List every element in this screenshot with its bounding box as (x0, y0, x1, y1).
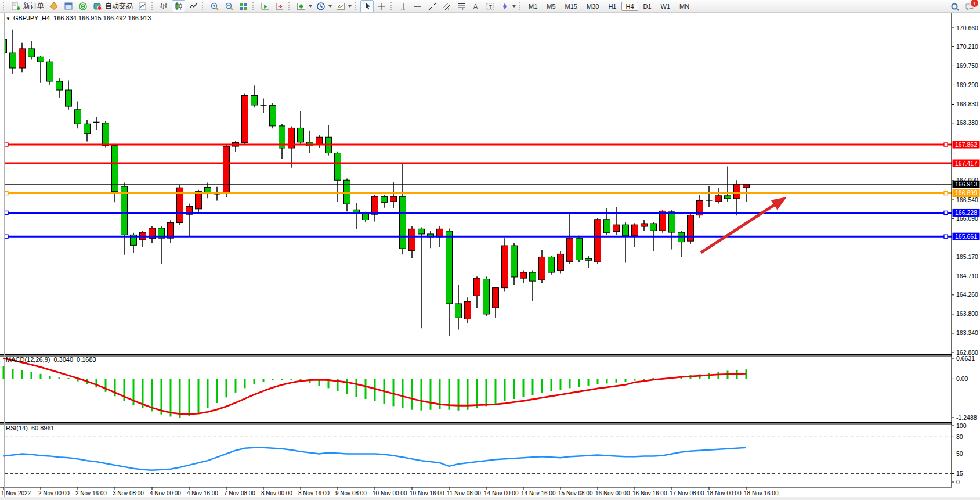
candle-body (28, 49, 35, 57)
text-label-icon: T (486, 2, 495, 11)
pivot-line-orange-handle[interactable] (5, 192, 8, 195)
equidistant-channel-button[interactable]: E (440, 0, 453, 12)
line-chart-button[interactable] (186, 0, 200, 12)
support-line-1-handle[interactable] (5, 211, 8, 214)
window-bottom-edge (0, 497, 980, 500)
timeframe-button-w1[interactable]: W1 (657, 2, 675, 11)
periods-icon (316, 2, 326, 11)
timeframe-button-d1[interactable]: D1 (639, 2, 656, 11)
templates-button[interactable] (334, 0, 347, 12)
indicators-button[interactable] (294, 0, 308, 12)
support-line-2-handle[interactable] (944, 235, 948, 238)
candle-body (223, 146, 230, 193)
chevron-down-icon[interactable] (348, 5, 352, 8)
candle-body (641, 224, 648, 226)
symbol-period-label: GBPJPY-,H4 (13, 15, 50, 21)
top-toolbar: 新订单自动交易EFATM1M5M15M30H1H4D1W1MN1 (0, 0, 980, 13)
candle-body (650, 224, 657, 231)
candle-body (743, 184, 750, 188)
chevron-down-icon[interactable] (328, 5, 332, 8)
resistance-line-1-handle[interactable] (944, 143, 948, 146)
support-line-2-handle[interactable] (5, 235, 8, 238)
candle-body (567, 238, 573, 261)
notifications-button[interactable]: 1 (963, 1, 976, 13)
price-tick-label: 166.540 (956, 196, 978, 203)
text-button[interactable]: A (469, 0, 482, 12)
autotrading-button[interactable] (91, 0, 104, 12)
time-tick-label: 18 Nov 16:00 (744, 490, 779, 497)
timeframe-button-h1[interactable]: H1 (604, 2, 620, 11)
candle-body (660, 211, 666, 231)
new-chart-button[interactable] (136, 0, 149, 12)
candlestick (223, 145, 230, 197)
time-tick-label: 8 Nov 00:00 (261, 490, 292, 497)
new-chart-icon (138, 2, 147, 11)
timeframe-button-h4[interactable]: H4 (621, 2, 638, 11)
arrow-objects-button[interactable] (498, 0, 511, 12)
candle-body (38, 57, 44, 62)
macd-tick-label: 0.6631 (956, 355, 975, 362)
time-tick-label: 15 Nov 08:00 (558, 490, 593, 497)
bar-chart-button[interactable] (157, 0, 171, 12)
candlestick (558, 251, 564, 273)
support-line-1-handle[interactable] (944, 211, 948, 214)
price-tick-label: 170.210 (956, 43, 978, 50)
candlestick-button[interactable] (172, 0, 185, 12)
timeframe-button-m15[interactable]: M15 (561, 2, 581, 11)
candlestick (576, 236, 583, 262)
timeframe-button-m30[interactable]: M30 (583, 2, 603, 11)
periods-button[interactable] (314, 0, 327, 12)
timeframe-button-m1[interactable]: M1 (525, 2, 541, 11)
time-tick-label: 18 Nov 00:00 (707, 490, 742, 497)
crosshair-button[interactable] (375, 0, 388, 12)
candle-body (242, 95, 248, 142)
price-badge-label: 167.417 (955, 160, 977, 167)
indicators-icon (296, 2, 306, 11)
auto-scroll-button[interactable] (258, 0, 272, 12)
new-order-button[interactable] (9, 0, 22, 12)
market-watch-button[interactable] (47, 0, 60, 12)
data-window-button[interactable] (62, 0, 75, 12)
trendline-button[interactable] (425, 0, 439, 12)
search-button[interactable] (948, 1, 961, 13)
collapse-icon[interactable]: ▼ (6, 16, 10, 21)
timeframe-button-m5[interactable]: M5 (543, 2, 559, 11)
text-label-button[interactable]: T (483, 0, 497, 12)
time-tick-label: 10 Nov 00:00 (373, 490, 407, 497)
rsi-tick-label: 100 (956, 422, 967, 429)
candlestick (242, 94, 248, 145)
macd-name: MACD(12,26,9) (6, 356, 50, 363)
market-watch-icon (49, 2, 59, 11)
zoom-in-button[interactable] (208, 0, 221, 12)
candle-body (363, 214, 369, 220)
tile-windows-icon (239, 2, 248, 11)
price-badge-label: 166.699 (955, 189, 977, 196)
zoom-out-button[interactable] (222, 0, 236, 12)
candle-body (381, 196, 388, 202)
candle-body (316, 137, 323, 145)
fibonacci-button[interactable]: F (454, 0, 468, 12)
candle-body (335, 153, 341, 181)
autotrading-label: 自动交易 (105, 1, 133, 11)
vertical-line-button[interactable] (396, 0, 410, 12)
price-tick-label: 164.260 (956, 291, 978, 298)
toolbar-grip (3, 2, 6, 10)
timeframe-button-mn[interactable]: MN (675, 2, 693, 11)
candle-body (372, 196, 378, 214)
time-tick-label: 10 Nov 16:00 (410, 490, 444, 497)
horizontal-line-button[interactable] (411, 0, 424, 12)
chevron-down-icon[interactable] (309, 5, 312, 8)
price-tick-label: 170.660 (956, 24, 978, 31)
data-window-icon (64, 2, 73, 11)
chart-shift-button[interactable] (273, 0, 286, 12)
tile-windows-button[interactable] (237, 0, 250, 12)
pivot-line-orange-handle[interactable] (944, 192, 948, 195)
chevron-down-icon[interactable] (512, 5, 516, 8)
toolbar-grip (288, 2, 291, 10)
toolbar-grip (252, 2, 255, 10)
toolbar-group: EFAT (396, 0, 517, 12)
resistance-line-1-handle[interactable] (5, 143, 8, 146)
cursor-button[interactable] (360, 0, 374, 12)
signals-button[interactable] (76, 0, 89, 12)
toolbar-group (294, 0, 353, 12)
